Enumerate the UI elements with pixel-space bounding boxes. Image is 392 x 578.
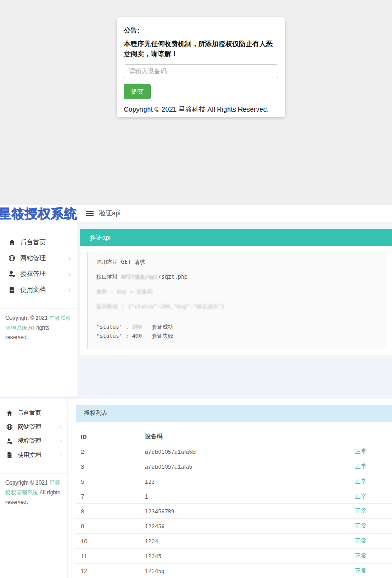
status-badge[interactable]: 正常 [355, 493, 367, 499]
status-badge[interactable]: 正常 [355, 463, 367, 470]
notice-title: 公告: [124, 26, 278, 35]
chevron-right-icon: › [60, 438, 62, 444]
notice-page-background: 公告: 本程序无任何收费机制，所添加授权仅防止有人恶意倒卖，请谅解！ 提交 Co… [0, 0, 392, 205]
cell-id: 11 [76, 549, 140, 564]
cell-device: 12345q [140, 564, 350, 578]
sidebar-copyright: Copyright © 2021 星筱授权管理系统 All rights res… [0, 473, 67, 508]
chevron-right-icon: › [60, 452, 62, 458]
status-badge[interactable]: 正常 [355, 448, 367, 455]
hamburger-menu-icon[interactable] [86, 211, 94, 216]
status-badge[interactable]: 正常 [355, 478, 367, 485]
cell-id: 8 [76, 504, 140, 519]
submit-button[interactable]: 提交 [124, 84, 151, 99]
status-fail-line: "status" : 400 验证失败 [96, 332, 378, 340]
status-badge[interactable]: 正常 [355, 508, 367, 514]
auth-list-card-title: 授权列表 [76, 405, 392, 422]
sidebar-item-auth-management[interactable]: 授权管理 › [0, 266, 77, 282]
sidebar-item-label: 使用文档 [20, 286, 68, 294]
blurred-param-line: 参数 : key = 设备码 [96, 288, 378, 296]
chevron-right-icon: › [60, 424, 62, 430]
home-icon [8, 239, 15, 246]
logo-bar: 星筱授权系统 [0, 205, 80, 222]
table-row: 9 123456 正常 [76, 519, 392, 534]
verify-api-card-body: 调用方法 GET 请求 接口地址 API?域名/api/sqzt.php 参数 … [80, 246, 392, 355]
status-badge[interactable]: 正常 [355, 537, 367, 544]
table-row: 5 123 正常 [76, 474, 392, 489]
table-row: 12 12345q 正常 [76, 564, 392, 578]
sidebar-item-label: 授权管理 [20, 270, 68, 278]
column-header-status [350, 429, 392, 444]
cell-id: 5 [76, 474, 140, 489]
sidebar-item-label: 后台首页 [18, 409, 62, 417]
column-header-device: 设备码 [140, 429, 350, 444]
chevron-right-icon: › [68, 271, 70, 277]
api-code-block: 调用方法 GET 请求 接口地址 API?域名/api/sqzt.php 参数 … [87, 252, 386, 349]
notice-body-text: 本程序无任何收费机制，所添加授权仅防止有人恶意倒卖，请谅解！ [124, 39, 278, 59]
cell-id: 7 [76, 489, 140, 504]
sidebar-item-site-management[interactable]: 网站管理 › [0, 420, 67, 434]
home-icon [6, 410, 13, 417]
cell-device: 12345 [140, 549, 350, 564]
cell-device: 1 [140, 489, 350, 504]
sidebar: 后台首页 网站管理 › 授权管理 › 使用文档 › Copyright © 20… [0, 222, 77, 396]
cell-device: 123456789 [140, 504, 350, 519]
document-icon [6, 452, 13, 459]
cell-device: a7db01057a1afa5b [140, 444, 350, 459]
sidebar-copyright: Copyright © 2021 星筱授权管理系统 All rights res… [0, 308, 77, 343]
chevron-right-icon: › [68, 255, 70, 261]
status-badge[interactable]: 正常 [355, 552, 367, 559]
globe-icon [8, 255, 15, 262]
top-header: 验证api [80, 205, 392, 222]
table-row: 8 123456789 正常 [76, 504, 392, 519]
blurred-api-address: API?域名/api [121, 274, 158, 280]
api-address-line: 接口地址 API?域名/api/sqzt.php [96, 273, 378, 281]
auth-table: ID 设备码 2 a7db01057a1afa5b 正常 3 a7db01057… [76, 429, 392, 578]
status-ok-line: "status" : 200 验证成功 [96, 323, 378, 331]
cell-device: a7db01057a1afa5 [140, 459, 350, 474]
cell-id: 9 [76, 519, 140, 534]
api-method-line: 调用方法 GET 请求 [96, 258, 378, 266]
sidebar: 后台首页 网站管理 › 授权管理 › 使用文档 › Copyright © 20… [0, 399, 68, 578]
auth-list-card: 授权列表 ID 设备码 2 a7db01057a1afa5b 正常 3 a7db… [76, 405, 392, 578]
admin-verify-api-page: 星筱授权系统 验证api 后台首页 网站管理 › 授权管理 › [0, 205, 392, 399]
status-badge[interactable]: 正常 [355, 522, 367, 529]
cell-device: 123456 [140, 519, 350, 534]
cell-id: 10 [76, 534, 140, 549]
sidebar-item-home[interactable]: 后台首页 [0, 406, 67, 420]
blurred-return-line: 返回数据 : {"status":200,"msg":"验证成功"} [96, 303, 378, 311]
table-row: 7 1 正常 [76, 489, 392, 504]
column-header-id: ID [76, 429, 140, 444]
table-header-row: ID 设备码 [76, 429, 392, 444]
sidebar-item-label: 网站管理 [20, 254, 68, 262]
table-row: 2 a7db01057a1afa5b 正常 [76, 444, 392, 459]
verify-api-card: 验证api 调用方法 GET 请求 接口地址 API?域名/api/sqzt.p… [80, 229, 392, 355]
header-breadcrumb-title: 验证api [99, 210, 121, 218]
document-icon [8, 286, 15, 294]
sidebar-item-label: 后台首页 [20, 238, 70, 247]
user-icon [6, 438, 13, 445]
sidebar-item-label: 网站管理 [18, 423, 60, 431]
app-logo[interactable]: 星筱授权系统 [0, 205, 80, 222]
verify-api-card-title: 验证api [80, 229, 392, 246]
sidebar-item-site-management[interactable]: 网站管理 › [0, 250, 77, 266]
sidebar-item-docs[interactable]: 使用文档 › [0, 448, 67, 462]
status-badge[interactable]: 正常 [355, 567, 367, 574]
cell-device: 123 [140, 474, 350, 489]
cell-id: 12 [76, 564, 140, 578]
cell-device: 1234 [140, 534, 350, 549]
sidebar-item-label: 使用文档 [18, 451, 60, 459]
sidebar-item-docs[interactable]: 使用文档 › [0, 282, 77, 298]
globe-icon [6, 424, 13, 431]
notice-card: 公告: 本程序无任何收费机制，所添加授权仅防止有人恶意倒卖，请谅解！ 提交 Co… [117, 17, 285, 117]
table-row: 10 1234 正常 [76, 534, 392, 549]
sidebar-item-auth-management[interactable]: 授权管理 › [0, 434, 67, 448]
cell-id: 3 [76, 459, 140, 474]
sidebar-item-label: 授权管理 [18, 437, 60, 445]
table-row: 3 a7db01057a1afa5 正常 [76, 459, 392, 474]
sidebar-item-home[interactable]: 后台首页 [0, 234, 77, 250]
user-icon [8, 270, 15, 278]
device-code-input[interactable] [124, 64, 278, 78]
notice-copyright: Copyright © 2021 星筱科技 All Rights Reserve… [124, 105, 278, 114]
admin-auth-list-page: 后台首页 网站管理 › 授权管理 › 使用文档 › Copyright © 20… [0, 399, 392, 578]
table-row: 11 12345 正常 [76, 549, 392, 564]
